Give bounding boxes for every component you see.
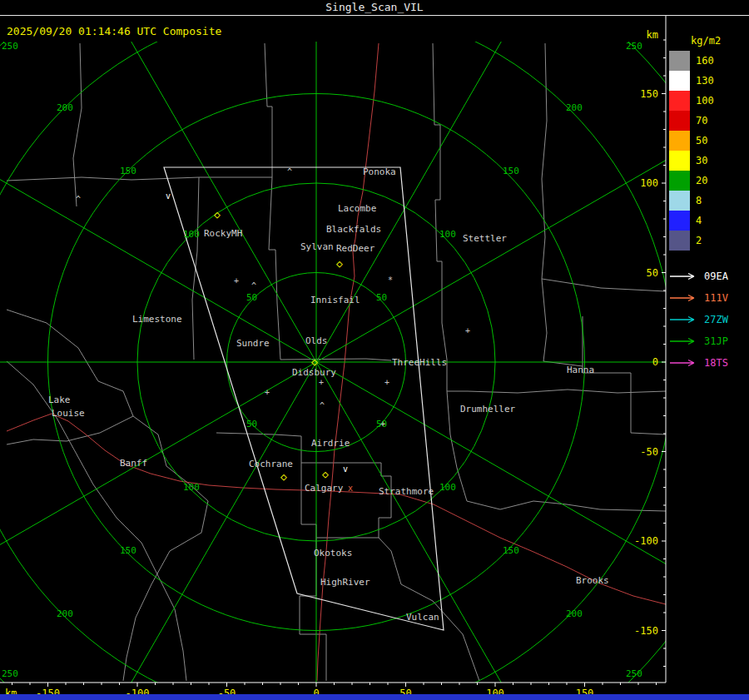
range-ring-label: 100 bbox=[183, 482, 200, 493]
range-ring-label: 50 bbox=[246, 292, 257, 303]
range-ring-label: 150 bbox=[120, 166, 136, 176]
arrow-shape bbox=[670, 360, 694, 366]
y-tick-label: 100 bbox=[640, 177, 658, 189]
station-entry: 09EA bbox=[669, 266, 749, 287]
colorbar-entry: 70 bbox=[669, 111, 749, 131]
colorbar-value: 50 bbox=[696, 135, 707, 146]
y-tick-label: -150 bbox=[634, 625, 658, 637]
town-marker: v bbox=[343, 464, 348, 474]
radar-site-marker: ◇ bbox=[322, 468, 329, 480]
station-arrow-icon bbox=[669, 315, 699, 325]
city-label: Brooks bbox=[576, 575, 609, 586]
colorbar-value: 8 bbox=[696, 195, 702, 206]
colorbar-entry: 4 bbox=[669, 211, 749, 231]
y-tick-label: -100 bbox=[634, 535, 658, 547]
colorbar-entry: 20 bbox=[669, 171, 749, 191]
range-ring-label: 250 bbox=[626, 41, 642, 52]
city-label: Sylvan bbox=[300, 241, 334, 252]
map-layer: 5010015020025050100150200250501001502002… bbox=[0, 0, 749, 700]
legend-panel: kg/m2 16013010070503020842 09EA111V27ZW3… bbox=[669, 35, 749, 374]
county-boundary-line bbox=[73, 43, 82, 206]
town-marker: + bbox=[319, 378, 324, 387]
city-label: Okotoks bbox=[314, 548, 352, 559]
azimuth-line bbox=[0, 362, 316, 700]
range-ring-label: 250 bbox=[2, 668, 18, 679]
colorbar-value: 130 bbox=[696, 75, 714, 87]
y-tick-label: 50 bbox=[647, 267, 658, 279]
city-label: Drumheller bbox=[460, 404, 516, 415]
station-list: 09EA111V27ZW31JP18TS bbox=[669, 266, 749, 374]
colorbar-value: 20 bbox=[696, 175, 707, 186]
colorbar-entry: 30 bbox=[669, 151, 749, 171]
colorbar-swatch bbox=[669, 111, 690, 131]
colorbar-swatch bbox=[669, 51, 690, 71]
city-label: Louise bbox=[52, 408, 85, 419]
county-boundary-line bbox=[542, 279, 666, 291]
town-marker: + bbox=[380, 420, 385, 429]
colorbar-swatch bbox=[669, 131, 690, 151]
station-arrow-icon bbox=[669, 336, 699, 346]
city-label: Vulcan bbox=[406, 612, 439, 623]
colorbar-entry: 50 bbox=[669, 131, 749, 151]
city-label: Ponoka bbox=[363, 166, 396, 177]
city-label: Airdrie bbox=[311, 438, 350, 449]
colorbar-value: 4 bbox=[696, 215, 702, 226]
city-label: RockyMH bbox=[204, 228, 242, 239]
right-axis-unit: km bbox=[647, 29, 658, 41]
city-label: Sundre bbox=[236, 338, 270, 349]
y-tick-label: 0 bbox=[652, 356, 658, 368]
station-entry: 31JP bbox=[669, 330, 749, 352]
range-ring-label: 250 bbox=[626, 668, 642, 679]
azimuth-line bbox=[0, 0, 316, 362]
station-entry: 18TS bbox=[669, 352, 749, 374]
colorbar-value: 70 bbox=[696, 115, 707, 127]
county-boundary-line bbox=[301, 463, 391, 538]
station-id: 27ZW bbox=[704, 314, 728, 325]
radar-map-canvas: 5010015020025050100150200250501001502002… bbox=[0, 0, 749, 700]
town-marker: ^ bbox=[251, 281, 256, 290]
city-label: Lake bbox=[48, 395, 71, 405]
colorbar-value: 100 bbox=[696, 95, 714, 107]
colorbar-swatch bbox=[669, 151, 690, 171]
y-tick-label: 150 bbox=[640, 88, 658, 100]
arrow-shape bbox=[670, 274, 694, 280]
station-id: 111V bbox=[704, 292, 728, 304]
azimuth-line bbox=[0, 0, 316, 362]
station-entry: 27ZW bbox=[669, 309, 749, 330]
town-marker: * bbox=[388, 276, 393, 285]
range-ring bbox=[0, 0, 749, 700]
azimuth-line bbox=[316, 362, 749, 700]
axes-layer: -150-100-50050100150150100500-50-100-150… bbox=[0, 16, 666, 699]
colorbar-entry: 160 bbox=[669, 51, 749, 71]
colorbar-swatch bbox=[669, 171, 690, 191]
colorbar-value: 160 bbox=[696, 55, 714, 67]
range-ring-label: 200 bbox=[57, 102, 73, 113]
radar-site-marker: ◇ bbox=[311, 355, 318, 368]
colorbar-entry: 130 bbox=[669, 71, 749, 91]
colorbar-swatch bbox=[669, 91, 690, 111]
town-marker: + bbox=[234, 276, 239, 285]
colorbar-entry: 8 bbox=[669, 191, 749, 211]
city-label: Limestone bbox=[132, 314, 182, 325]
range-ring-label: 150 bbox=[503, 166, 519, 176]
range-ring-label: 100 bbox=[439, 229, 456, 240]
range-ring-label: 50 bbox=[246, 419, 257, 429]
colorbar-entry: 2 bbox=[669, 231, 749, 251]
county-boundary-line bbox=[583, 316, 666, 434]
station-id: 09EA bbox=[704, 271, 728, 282]
town-marker: + bbox=[265, 388, 270, 397]
town-marker: ^ bbox=[287, 167, 292, 176]
azimuth-line bbox=[0, 362, 316, 700]
range-ring-label: 200 bbox=[566, 608, 583, 619]
county-boundary-line bbox=[433, 43, 447, 360]
town-marker: x bbox=[348, 484, 353, 493]
town-marker: ^ bbox=[320, 401, 325, 410]
town-marker: + bbox=[465, 326, 470, 335]
radar-site-marker: ◇ bbox=[280, 470, 287, 483]
range-ring-label: 250 bbox=[2, 41, 18, 52]
city-label: Cochrane bbox=[249, 459, 293, 469]
colorbar-swatch bbox=[669, 231, 690, 251]
city-label: HighRiver bbox=[320, 577, 370, 588]
arrow-shape bbox=[670, 339, 694, 345]
city-label: Blackfalds bbox=[326, 224, 381, 235]
